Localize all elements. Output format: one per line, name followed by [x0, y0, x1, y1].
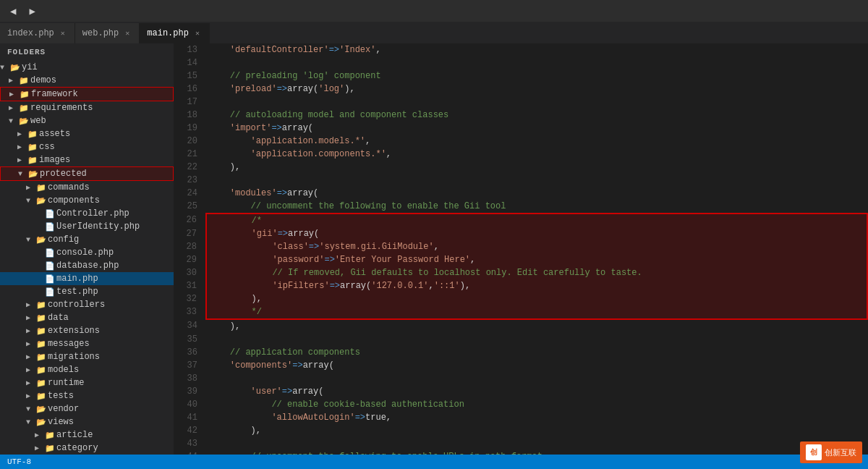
tree-item-tests[interactable]: ▶📁tests	[0, 389, 174, 402]
folder-icon: 📁	[19, 76, 30, 85]
folder-arrow-icon: ▶	[35, 444, 45, 452]
folder-arrow-icon: ▶	[26, 339, 36, 348]
tree-label: test.php	[56, 287, 98, 297]
tab-close[interactable]: ✕	[123, 28, 132, 38]
tree-item-protected[interactable]: ▼📂protected	[0, 166, 174, 181]
tree-item-UserIdentity-php[interactable]: 📄UserIdentity.php	[0, 220, 174, 233]
folder-icon: 📁	[36, 326, 48, 336]
line-number: 23	[174, 174, 206, 187]
tree-label: Controller.php	[56, 208, 129, 219]
folder-icon: 📂	[36, 405, 48, 414]
tree-item-migrations[interactable]: ▶📁migrations	[0, 350, 174, 363]
line-code: // enable cookie-based authentication	[206, 398, 867, 411]
folder-arrow-icon: ▼	[26, 405, 36, 413]
tree-item-runtime[interactable]: ▶📁runtime	[0, 376, 174, 389]
line-number: 42	[174, 424, 206, 437]
next-button[interactable]: ▶	[25, 4, 39, 19]
line-code: ),	[206, 319, 867, 333]
tree-item-assets[interactable]: ▶📁assets	[0, 127, 174, 140]
code-editor[interactable]: 13 'defaultController'=>'Index',14 15 //…	[174, 43, 868, 455]
line-number: 26	[174, 214, 206, 227]
folder-icon: 📁	[36, 352, 48, 362]
tree-item-commands[interactable]: ▶📁commands	[0, 181, 174, 194]
line-number: 40	[174, 398, 206, 411]
line-number: 37	[174, 359, 206, 372]
folder-icon: 📁	[19, 103, 30, 113]
tree-label: main.php	[56, 274, 98, 284]
tree-label: protected	[40, 169, 87, 179]
line-code: // uncomment the following to enable URL…	[206, 450, 867, 455]
tab-close[interactable]: ✕	[193, 28, 202, 38]
tree-label: demos	[30, 75, 56, 85]
line-code: 'gii'=>array(	[206, 227, 867, 240]
line-code: // application components	[206, 346, 867, 359]
tree-item-data[interactable]: ▶📁data	[0, 311, 174, 324]
tree-label: images	[39, 155, 70, 165]
folder-arrow-icon: ▼	[18, 170, 28, 178]
folder-icon: 📂	[28, 169, 40, 179]
file-icon: 📄	[45, 248, 56, 258]
folder-arrow-icon: ▶	[26, 366, 36, 374]
tree-item-article[interactable]: ▶📁article	[0, 428, 174, 441]
tree-item-images[interactable]: ▶📁images	[0, 153, 174, 166]
folder-arrow-icon: ▼	[9, 117, 19, 125]
line-code: 'defaultController'=>'Index',	[206, 43, 867, 56]
tree-item-models[interactable]: ▶📁models	[0, 363, 174, 376]
tree-label: vendor	[48, 404, 79, 414]
tree-item-components[interactable]: ▼📂components	[0, 194, 174, 207]
tree-item-controllers[interactable]: ▶📁controllers	[0, 298, 174, 311]
watermark: 创 创新互联	[800, 441, 862, 463]
line-number: 15	[174, 69, 206, 83]
watermark-text: 创新互联	[825, 447, 856, 458]
main-layout: FOLDERS ▼📂yii ▶📁demos ▶📁framework ▶📁requ…	[0, 43, 868, 455]
line-code: 'import'=>array(	[206, 122, 867, 135]
line-number: 34	[174, 319, 206, 333]
sidebar: FOLDERS ▼📂yii ▶📁demos ▶📁framework ▶📁requ…	[0, 43, 174, 455]
prev-button[interactable]: ◀	[6, 4, 20, 19]
tree-item-config[interactable]: ▼📂config	[0, 233, 174, 246]
tree-item-main-php[interactable]: 📄main.php	[0, 272, 174, 285]
line-code: // uncomment the following to enable the…	[206, 200, 867, 214]
tree-item-web[interactable]: ▼📂web	[0, 114, 174, 127]
file-icon: 📄	[45, 222, 56, 232]
tree-item-views[interactable]: ▼📂views	[0, 415, 174, 428]
folder-icon: 📁	[27, 130, 39, 139]
tree-label: models	[48, 365, 79, 375]
tree-item-css[interactable]: ▶📁css	[0, 140, 174, 153]
line-code: // If removed, Gii defaults to localhost…	[206, 266, 867, 279]
folder-arrow-icon: ▶	[9, 103, 19, 112]
line-code	[206, 333, 867, 346]
tab-label: web.php	[82, 28, 119, 38]
line-code: 'application.components.*',	[206, 148, 867, 161]
tree-label: components	[48, 195, 100, 206]
tab-close[interactable]: ✕	[59, 28, 67, 38]
tree-item-vendor[interactable]: ▼📂vendor	[0, 402, 174, 415]
tab-webphp[interactable]: web.php✕	[75, 23, 140, 43]
tree-item-console-php[interactable]: 📄console.php	[0, 246, 174, 259]
tab-indexphp[interactable]: index.php✕	[0, 23, 75, 43]
tree-item-requirements[interactable]: ▶📁requirements	[0, 101, 174, 114]
tree-item-framework[interactable]: ▶📁framework	[0, 87, 174, 101]
folder-icon: 📁	[36, 300, 48, 310]
line-code: 'password'=>'Enter Your Password Here',	[206, 253, 867, 266]
tree-item-messages[interactable]: ▶📁messages	[0, 337, 174, 350]
tree-item-extensions[interactable]: ▶📁extensions	[0, 324, 174, 337]
tree-item-database-php[interactable]: 📄database.php	[0, 259, 174, 272]
tab-label: main.php	[147, 28, 189, 38]
folder-icon: 📁	[36, 339, 48, 349]
tab-mainphp[interactable]: main.php✕	[140, 23, 210, 43]
tree-label: views	[48, 417, 74, 427]
tree-item-test-php[interactable]: 📄test.php	[0, 285, 174, 298]
line-code: 'user'=>array(	[206, 385, 867, 398]
tree-label: commands	[48, 182, 90, 193]
line-code: 'allowAutoLogin'=>true,	[206, 411, 867, 424]
folder-arrow-icon: ▶	[9, 76, 19, 85]
tree-item-category[interactable]: ▶📁category	[0, 441, 174, 455]
tree-item-demos[interactable]: ▶📁demos	[0, 74, 174, 87]
tree-item-yii[interactable]: ▼📂yii	[0, 61, 174, 74]
line-number: 35	[174, 333, 206, 346]
line-code: 'application.models.*',	[206, 135, 867, 148]
tree-label: framework	[31, 89, 78, 99]
tree-label: css	[39, 142, 55, 152]
tree-item-Controller-php[interactable]: 📄Controller.php	[0, 207, 174, 220]
